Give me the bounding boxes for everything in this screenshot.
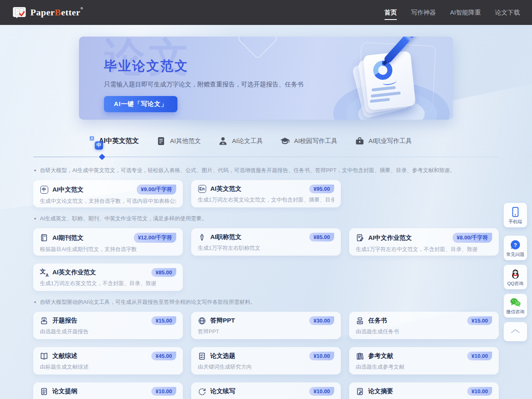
service-card[interactable]: 论文摘要¥10.00	[349, 382, 499, 399]
price-badge: ¥85.00	[309, 233, 334, 241]
price-badge: ¥15.00	[151, 316, 176, 325]
section-description: 自研大模型驱动的AI论文工具，可生成从开题报告至答辩全程的论文写作各阶段所需材料…	[40, 298, 256, 306]
nav-item-1[interactable]: 写作神器	[411, 0, 436, 25]
task-layout-icon	[356, 317, 364, 325]
service-card[interactable]: 开题报告¥15.00由选题生成开题报告	[33, 312, 183, 339]
service-card[interactable]: 答辩PPT¥30.00答辩PPT	[191, 312, 341, 339]
section-bullet: •AI生成英文、职称、期刊、中英文作业等范文，满足多样的使用需要。	[34, 215, 498, 222]
service-card[interactable]: EnAI英文范文¥95.00生成1万词左右英文论文范文，文中包含封面、摘要、目录…	[191, 180, 341, 207]
document-icon	[156, 136, 166, 146]
float-item-label: QQ咨询	[505, 281, 526, 286]
card-grid: 开题报告¥15.00由选题生成开题报告答辩PPT¥30.00答辩PPT任务书¥1…	[33, 312, 499, 399]
price-badge: ¥85.00	[151, 268, 176, 277]
service-card[interactable]: 文献综述¥45.00由标题生成文献综述	[33, 347, 183, 374]
service-card-desc: 答辩PPT	[198, 328, 334, 335]
float-sidebar: 手机端?常见问题QQ咨询微信咨询	[504, 203, 527, 346]
nav-item-0[interactable]: 首页	[384, 0, 397, 25]
logo-text: PaperBetter®	[30, 7, 84, 18]
float-item-label: 常见问题	[505, 252, 526, 257]
service-card-desc: 由选题生成参考文献	[356, 363, 492, 371]
tab-label: AI校园写作工具	[294, 137, 337, 145]
bullet-dot: •	[34, 167, 36, 174]
service-card-title: AI期刊范文	[52, 234, 84, 242]
chevron-up-icon	[505, 328, 526, 334]
service-card-desc: 生成1万字符左右职称范文	[198, 244, 334, 252]
service-card[interactable]: 论文续写¥10.00	[191, 382, 341, 399]
tab-1[interactable]: AI其他范文	[156, 136, 201, 146]
section-bullet: •自研大模型驱动的AI论文工具，可生成从开题报告至答辩全程的论文写作各阶段所需材…	[34, 298, 498, 306]
service-card[interactable]: AI期刊范文¥12.00/千字符根据题目AI生成期刊范文，支持自选字数	[33, 228, 183, 256]
float-item-label: 微信咨询	[505, 309, 526, 315]
price-badge: ¥9.00/千字符	[137, 185, 176, 195]
card-grid: AI期刊范文¥12.00/千字符根据题目AI生成期刊范文，支持自选字数AI职称范…	[33, 228, 499, 291]
nav-item-3[interactable]: 论文下载	[495, 0, 520, 25]
bullet-dot: •	[34, 298, 36, 306]
tab-label: AI其他范文	[170, 137, 201, 145]
float-item-0[interactable]: 手机端	[504, 203, 527, 227]
service-card[interactable]: AI中文作业范文¥8.00/千字符生成1万字符左右中文范文，不含封面、目录、致谢	[349, 228, 499, 256]
category-tabs: 中AAI中英文范文AI其他范文AIAI论文工具AI校园写作工具AI职业写作工具	[95, 136, 412, 146]
qq-icon	[505, 268, 526, 279]
back-to-top-button[interactable]	[504, 322, 527, 341]
service-card-title: 论文提纲	[52, 387, 77, 395]
tab-label: AI论文工具	[232, 137, 263, 145]
service-card-desc: 生成1万词左右英文范文，不含封面、目录、致谢	[40, 280, 176, 287]
service-card[interactable]: 任务书¥15.00由选题生成任务书	[349, 312, 499, 339]
write-paper-cta-button[interactable]: AI一键「写论文」	[104, 96, 177, 112]
float-item-2[interactable]: QQ咨询	[504, 265, 527, 289]
service-card-desc: 根据题目AI生成期刊范文，支持自选字数	[40, 246, 176, 253]
price-badge: ¥15.00	[467, 316, 492, 325]
logo[interactable]: PaperBetter®	[12, 6, 84, 19]
ppt-globe-icon	[198, 317, 206, 325]
tab-label: AI中英文范文	[99, 137, 139, 145]
price-badge: ¥10.00	[467, 352, 492, 360]
service-card-title: 论文摘要	[368, 387, 393, 395]
float-item-3[interactable]: 微信咨询	[504, 294, 527, 318]
tab-2[interactable]: AIAI论文工具	[218, 136, 263, 146]
checklist-icon	[198, 352, 206, 360]
service-card-title: AI英文作业范文	[52, 268, 96, 276]
service-card-title: 答辩PPT	[210, 317, 235, 325]
tab-4[interactable]: AI职业写作工具	[355, 136, 412, 146]
service-card-desc: 由选题生成任务书	[356, 328, 492, 335]
card-grid: 中AI中文范文¥9.00/千字符生成中文论文范文，支持自选字数，可选内容中加表格…	[33, 180, 499, 207]
tab-0[interactable]: 中AAI中英文范文	[95, 137, 139, 145]
float-item-label: 手机端	[505, 219, 526, 224]
journal-book-icon	[40, 234, 48, 242]
service-card-desc: 由选题生成开题报告	[40, 328, 176, 335]
rewrite-icon	[198, 387, 206, 396]
hero-banner: 论文 毕业论文范文 只需输入题目即可生成万字论文，附赠查重报告，可选开题报告、任…	[79, 37, 453, 120]
svg-text:AI: AI	[222, 142, 224, 145]
doc-edit-icon	[356, 234, 364, 242]
float-item-1[interactable]: ?常见问题	[504, 236, 527, 260]
price-badge: ¥10.00	[309, 352, 334, 360]
graduation-cap-icon	[280, 136, 290, 146]
service-card-title: AI英文范文	[210, 185, 241, 193]
tie-icon	[198, 233, 206, 241]
service-card[interactable]: 论文提纲¥10.00	[33, 382, 183, 399]
tab-3[interactable]: AI校园写作工具	[280, 136, 337, 146]
wechat-icon	[505, 298, 526, 308]
service-card[interactable]: 文AAI英文作业范文¥85.00生成1万词左右英文范文，不含封面、目录、致谢	[33, 264, 183, 291]
price-badge: ¥45.00	[151, 352, 176, 360]
service-card[interactable]: 参考文献¥10.00由选题生成参考文献	[349, 347, 499, 374]
nav-item-2[interactable]: AI智能降重	[450, 0, 481, 25]
service-card-desc: 生成中文论文范文，支持自选字数，可选内容中加表格公式...	[40, 197, 176, 205]
service-card[interactable]: 中AI中文范文¥9.00/千字符生成中文论文范文，支持自选字数，可选内容中加表格…	[33, 180, 183, 207]
service-card-desc: 由标题生成文献综述	[40, 363, 176, 371]
price-badge: ¥10.00	[309, 387, 334, 396]
section-description: AI生成英文、职称、期刊、中英文作业等范文，满足多样的使用需要。	[40, 215, 207, 222]
zhong-badge-icon: 中	[40, 185, 48, 194]
service-card-desc: 生成1万字符左右中文范文，不含封面、目录、致谢	[356, 246, 492, 253]
report-download-icon	[40, 317, 48, 325]
service-card-title: AI中文作业范文	[368, 234, 412, 242]
svg-text:?: ?	[514, 242, 517, 248]
service-card-title: 论文续写	[210, 387, 235, 395]
service-card-title: 任务书	[368, 317, 387, 325]
service-card[interactable]: AI职称范文¥85.00生成1万字符左右职称范文	[191, 228, 341, 256]
service-card[interactable]: 论文选题¥10.00由关键词生成研究方向	[191, 347, 341, 374]
outline-icon	[40, 387, 48, 396]
section-description: 自研大模型，AI生成中英文范文，可选专业，轻松嵌入表格、公式、图片、代码，可选增…	[40, 167, 456, 174]
page-title: 毕业论文范文	[104, 57, 189, 75]
hero-subtitle: 只需输入题目即可生成万字论文，附赠查重报告，可选开题报告、任务书	[104, 81, 303, 89]
